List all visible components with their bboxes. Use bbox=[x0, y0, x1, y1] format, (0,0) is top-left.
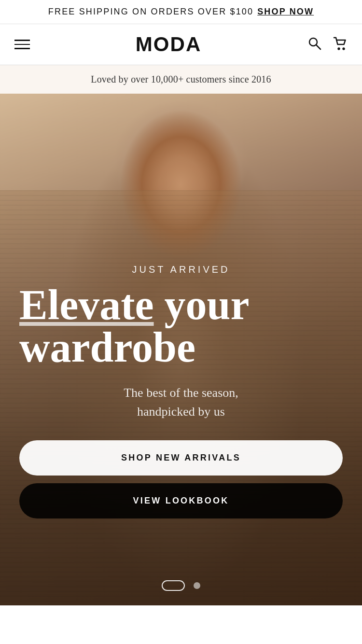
carousel-dots bbox=[0, 580, 362, 591]
carousel-dot-active[interactable] bbox=[162, 580, 185, 591]
svg-point-3 bbox=[343, 48, 345, 50]
cart-icon[interactable] bbox=[332, 36, 348, 53]
sub-header-text: Loved by over 10,000+ customers since 20… bbox=[91, 74, 271, 84]
hero-buttons: SHOP NEW ARRIVALS VIEW LOOKBOOK bbox=[19, 440, 343, 518]
site-logo[interactable]: MODA bbox=[136, 33, 202, 56]
hero-description: The best of the season, handpicked by us bbox=[19, 383, 343, 421]
svg-point-2 bbox=[338, 48, 340, 50]
hero-title-word-wardrobe: wardrobe bbox=[19, 324, 195, 371]
view-lookbook-button[interactable]: VIEW LOOKBOOK bbox=[19, 483, 343, 518]
hero-subtitle: JUST ARRIVED bbox=[19, 264, 343, 275]
hero-content: JUST ARRIVED Elevate your wardrobe The b… bbox=[0, 264, 362, 518]
sub-header-banner: Loved by over 10,000+ customers since 20… bbox=[0, 65, 362, 94]
site-header: MODA bbox=[0, 24, 362, 65]
hero-description-line2: handpicked by us bbox=[137, 405, 225, 419]
menu-icon[interactable] bbox=[14, 40, 30, 49]
svg-line-1 bbox=[316, 45, 320, 49]
hero-title: Elevate your wardrobe bbox=[19, 284, 343, 369]
header-left bbox=[14, 40, 30, 49]
announcement-text: FREE SHIPPING ON ORDERS OVER $100 bbox=[48, 7, 253, 17]
hero-title-word-your: your bbox=[165, 281, 250, 328]
announcement-shop-now-link[interactable]: SHOP NOW bbox=[257, 7, 314, 17]
shop-new-arrivals-button[interactable]: SHOP NEW ARRIVALS bbox=[19, 440, 343, 476]
search-icon[interactable] bbox=[307, 36, 322, 53]
announcement-bar: FREE SHIPPING ON ORDERS OVER $100 SHOP N… bbox=[0, 0, 362, 24]
hero-title-word-elevate: Elevate bbox=[19, 281, 154, 328]
header-right bbox=[307, 36, 348, 53]
carousel-dot-inactive[interactable] bbox=[194, 582, 200, 589]
hero-section: JUST ARRIVED Elevate your wardrobe The b… bbox=[0, 94, 362, 605]
hero-description-line1: The best of the season, bbox=[124, 386, 238, 400]
